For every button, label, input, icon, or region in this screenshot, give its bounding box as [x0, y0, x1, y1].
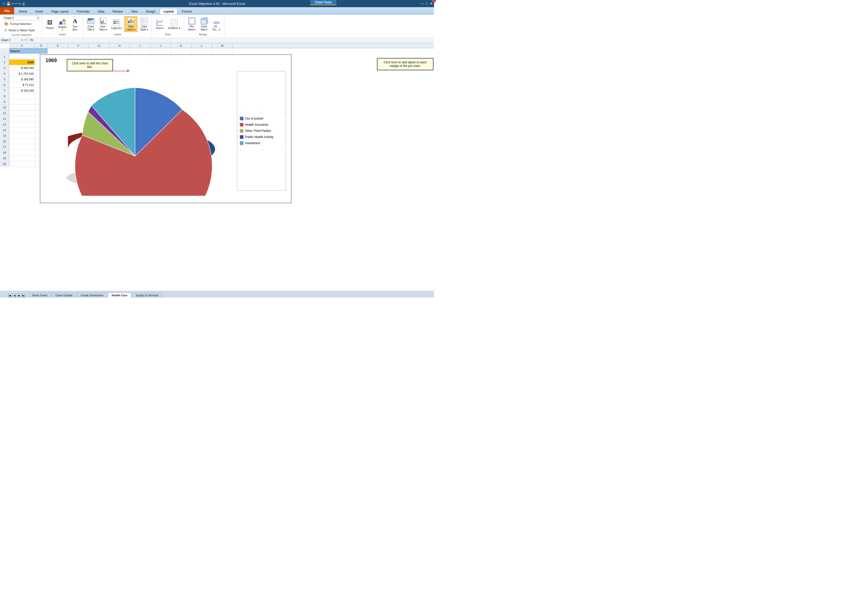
tab-supply-demand[interactable]: Supply & Demand: [132, 293, 162, 298]
gridlines-icon: [170, 18, 178, 27]
data-labels-arrow-indicator: [431, 0, 434, 4]
axes-btn[interactable]: Axes ▾: [154, 18, 165, 30]
cell-empty[interactable]: [212, 48, 233, 54]
sheet-nav-next[interactable]: ▶: [17, 293, 21, 298]
chart-floor-btn[interactable]: Ch...Flo... ▾: [211, 16, 222, 32]
cell-ref-value: Chart 2: [1, 38, 10, 41]
sheet-nav-last[interactable]: ▶|: [22, 293, 26, 298]
cell-c20[interactable]: [9, 161, 35, 167]
cell-c4[interactable]: $ 1,767,416: [9, 71, 35, 77]
row-header: [0, 48, 9, 54]
shapes-btn[interactable]: Shapes ▾: [56, 17, 68, 32]
sheet-nav-first[interactable]: |◀: [8, 293, 12, 298]
tab-health-care[interactable]: Health Care: [108, 293, 131, 298]
tab-design[interactable]: Design: [142, 8, 159, 14]
tab-formulas[interactable]: Formulas: [73, 8, 93, 14]
gridlines-label: Gridlines ▾: [168, 27, 180, 30]
legend-btn[interactable]: Legend ▾: [110, 18, 123, 30]
cell-c18[interactable]: [9, 150, 35, 156]
col-m: M: [212, 43, 233, 48]
reset-style-btn[interactable]: ↺ Reset to Match Style: [3, 28, 40, 33]
cell-empty[interactable]: [68, 48, 89, 54]
cell-c10[interactable]: [9, 105, 35, 110]
tab-page-layout[interactable]: Page Layout: [47, 8, 72, 14]
cell-c9[interactable]: [9, 99, 35, 105]
tab-data[interactable]: Data: [94, 8, 108, 14]
gridlines-btn[interactable]: Gridlines ▾: [167, 18, 182, 30]
tab-review[interactable]: Review: [109, 8, 126, 14]
source-header[interactable]: Source: [9, 48, 48, 54]
print-btn[interactable]: 🖨: [22, 2, 25, 6]
redo-btn[interactable]: ↪: [18, 2, 21, 6]
cell-c2[interactable]: 2009: [9, 59, 35, 65]
quick-save[interactable]: 💾: [6, 2, 10, 6]
svg-rect-11: [103, 20, 104, 24]
chart-wall-label: ChartWall ▾: [201, 25, 208, 31]
cell-empty[interactable]: [171, 48, 192, 54]
svg-text:8: 8: [128, 19, 130, 21]
textbox-btn[interactable]: A TextBox: [69, 16, 81, 32]
cell-c7[interactable]: $ 156,230: [9, 88, 35, 93]
row-header-15: 15: [0, 133, 9, 138]
cell-empty[interactable]: [151, 48, 171, 54]
picture-btn[interactable]: 🖼 Picture: [44, 18, 56, 30]
axis-titles-btn[interactable]: AxisTitles ▾: [97, 16, 109, 32]
cell-ref-arrow[interactable]: ▾: [22, 39, 23, 41]
tab-view[interactable]: View: [127, 8, 142, 14]
minimize-btn[interactable]: ─: [421, 1, 424, 6]
row-header-2: 2: [0, 59, 9, 65]
excel-window: ✕ 💾 ↩ ▾ ↪ 🖨 Excel Objective 4.00 - Micro…: [0, 0, 434, 298]
chart-selector[interactable]: Chart 2 ▾: [3, 16, 40, 20]
chart-selector-arrow[interactable]: ▾: [37, 17, 38, 19]
cell-c16[interactable]: [9, 138, 35, 144]
plot-area-btn[interactable]: PlotArea ▾: [186, 16, 198, 32]
row-header-8: 8: [0, 93, 9, 99]
cell-c1[interactable]: [9, 54, 35, 59]
tab-layout[interactable]: Layout: [160, 8, 177, 14]
cell-c8[interactable]: [9, 93, 35, 99]
shapes-arrow[interactable]: ▾: [62, 29, 63, 31]
cell-c19[interactable]: [9, 156, 35, 161]
undo-dropdown[interactable]: ▾: [15, 2, 17, 5]
data-table-btn[interactable]: DataTable ▾: [139, 16, 150, 32]
row-header-18: 18: [0, 150, 9, 156]
cell-c17[interactable]: [9, 144, 35, 150]
cell-c15[interactable]: [9, 133, 35, 138]
data-labels-btn[interactable]: 812 DataLabels ▾: [124, 16, 137, 32]
formula-input-area[interactable]: [35, 37, 434, 43]
cell-c3[interactable]: $ 299,345: [9, 65, 35, 71]
tab-home[interactable]: Home: [15, 8, 31, 14]
tab-grade-distribution[interactable]: Grade Distribution: [77, 293, 107, 298]
chart-title-btn[interactable]: ChartTitle ▾: [85, 16, 96, 32]
axis-titles-label: AxisTitles ▾: [99, 25, 107, 31]
tab-file[interactable]: File: [0, 7, 14, 14]
cell-empty[interactable]: [109, 48, 130, 54]
chart-selector-value: Chart 2: [4, 16, 13, 19]
svg-marker-1: [62, 18, 66, 22]
tab-class-grades[interactable]: Class Grades: [52, 293, 77, 298]
cell-c14[interactable]: [9, 127, 35, 133]
tab-stock-trend[interactable]: Stock Trend: [28, 293, 51, 298]
cell-empty[interactable]: [130, 48, 151, 54]
cell-empty[interactable]: [192, 48, 212, 54]
cell-c12[interactable]: [9, 116, 35, 122]
legend-swatch-oop: [240, 117, 244, 120]
cell-empty[interactable]: [89, 48, 109, 54]
undo-btn[interactable]: ↩: [12, 2, 15, 6]
chart-container[interactable]: . . . . . . . . . . . . . . . . . . . . …: [40, 54, 291, 203]
pie-area: [43, 66, 235, 196]
cell-c6[interactable]: $ 77,213: [9, 82, 35, 88]
cell-empty[interactable]: [48, 48, 68, 54]
maximize-btn[interactable]: □: [426, 1, 428, 6]
tab-insert[interactable]: Insert: [32, 8, 47, 14]
chart-wall-btn[interactable]: ChartWall ▾: [198, 16, 210, 32]
tab-format[interactable]: Format: [178, 8, 195, 14]
cell-c13[interactable]: [9, 122, 35, 127]
cell-c11[interactable]: [9, 110, 35, 116]
format-selection-btn[interactable]: 🎨 Format Selection: [3, 21, 40, 27]
legend-label-oop: Out of pocket: [245, 117, 263, 120]
cell-c5[interactable]: $ 186,090: [9, 77, 35, 82]
sheet-nav-prev[interactable]: ◀: [12, 293, 16, 298]
legend-label-otp: Other Third Parties: [245, 129, 271, 133]
svg-rect-15: [116, 21, 119, 22]
